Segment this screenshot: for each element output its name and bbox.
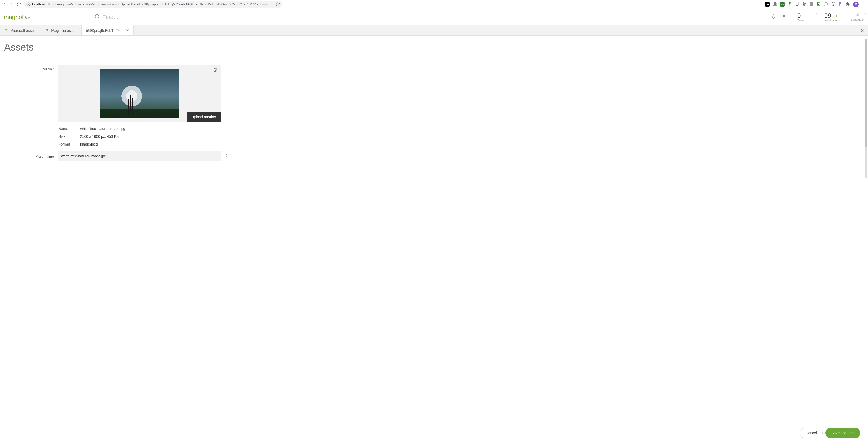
- trash-icon[interactable]: [213, 68, 217, 73]
- scrollbar-track[interactable]: [865, 39, 867, 178]
- svg-point-31: [784, 16, 785, 17]
- tab-asset-detail[interactable]: b!l9Kpuaj9xEubThFx...: [82, 25, 134, 35]
- camera-icon[interactable]: [773, 2, 777, 7]
- divider: [0, 58, 868, 58]
- svg-point-20: [864, 4, 864, 4]
- svg-point-34: [784, 18, 785, 19]
- microphone-icon[interactable]: [769, 14, 778, 20]
- url-host: localhost: [32, 2, 45, 6]
- media-label-text: Media: [43, 67, 52, 71]
- media-metadata: Name white-tree-natural-image.jpg Size 2…: [58, 127, 221, 146]
- user-widget[interactable]: superuser: [847, 9, 868, 25]
- svg-point-32: [782, 18, 782, 19]
- search-icon: [95, 14, 100, 20]
- user-icon: [855, 13, 860, 18]
- svg-marker-3: [276, 2, 279, 5]
- tab-label: Magnolia assets: [51, 28, 78, 33]
- svg-point-21: [864, 5, 864, 5]
- meta-format-label: Format: [58, 142, 74, 146]
- media-label: Media*: [4, 65, 54, 122]
- forward-icon[interactable]: [9, 2, 14, 7]
- media-upload-well: Upload another: [58, 65, 221, 122]
- kebab-menu-icon[interactable]: [862, 2, 866, 7]
- reload-icon[interactable]: [17, 2, 21, 7]
- page-title: Assets: [4, 42, 864, 53]
- svg-point-4: [774, 3, 775, 5]
- meta-size-value: 2560 x 1600 px, 453 KB: [80, 134, 221, 139]
- assets-icon: [45, 28, 49, 33]
- svg-point-38: [6, 30, 7, 31]
- chevron-down-icon: [842, 11, 845, 15]
- site-info-icon[interactable]: [26, 2, 31, 6]
- close-tab-icon[interactable]: [126, 28, 129, 33]
- extensions-icon[interactable]: [846, 2, 850, 7]
- address-bar[interactable]: localhost:8080/.magnolia/admincentral#ap…: [24, 1, 282, 8]
- tab-bar: Microsoft assets Magnolia assets b!l9Kpu…: [0, 25, 868, 36]
- url-path: :8080/.magnolia/admincentral#app:dam:mic…: [47, 2, 270, 6]
- svg-point-36: [5, 29, 6, 30]
- footer-actions: Cancel Save changes: [0, 423, 865, 442]
- svg-rect-5: [796, 2, 798, 5]
- extension-icon[interactable]: [831, 2, 835, 7]
- asset-name-label: Asset name: [4, 151, 54, 161]
- svg-point-22: [95, 15, 99, 18]
- tab-label: b!l9Kpuaj9xEubThFx...: [86, 28, 123, 33]
- user-label: superuser: [851, 18, 864, 21]
- cancel-button[interactable]: Cancel: [800, 428, 823, 438]
- svg-rect-7: [810, 2, 813, 5]
- svg-point-19: [864, 2, 864, 3]
- magnolia-logo[interactable]: magnolia®: [4, 13, 30, 21]
- notifications-widget[interactable]: 99+ Notifications: [820, 9, 847, 25]
- svg-point-33: [783, 18, 784, 19]
- tab-label: Microsoft assets: [10, 28, 36, 33]
- meta-format-value: image/jpeg: [80, 142, 221, 146]
- extension-icon[interactable]: [838, 2, 843, 7]
- tab-microsoft-assets[interactable]: Microsoft assets: [0, 25, 41, 35]
- svg-point-35: [857, 13, 859, 15]
- page-content: Assets Media* Upload another Name w: [0, 36, 868, 442]
- save-button[interactable]: Save changes: [825, 428, 860, 438]
- apps-grid-icon[interactable]: [781, 14, 788, 20]
- meta-size-label: Size: [58, 134, 74, 139]
- upload-another-button[interactable]: Upload another: [187, 112, 221, 122]
- extension-icon[interactable]: [817, 2, 821, 7]
- notifications-label: Notifications: [824, 19, 843, 22]
- scrollbar-thumb[interactable]: [865, 39, 867, 147]
- chevron-down-icon: [815, 11, 818, 15]
- media-thumbnail[interactable]: [100, 69, 179, 118]
- back-icon[interactable]: [2, 2, 7, 7]
- extension-icons: JB CORS R: [765, 2, 866, 7]
- svg-point-26: [782, 15, 782, 15]
- chevron-down-icon: [864, 11, 867, 15]
- tasks-label: Tasks: [797, 19, 816, 22]
- svg-point-28: [784, 15, 785, 15]
- svg-point-30: [783, 16, 784, 17]
- meta-name-value: white-tree-natural-image.jpg: [80, 127, 221, 131]
- extension-icon[interactable]: [802, 2, 806, 7]
- extension-icon[interactable]: [795, 2, 799, 7]
- extension-icon[interactable]: [824, 2, 828, 7]
- svg-point-27: [783, 15, 784, 15]
- logo-area: magnolia®: [0, 9, 90, 25]
- tab-magnolia-assets[interactable]: Magnolia assets: [41, 25, 82, 35]
- asset-name-input[interactable]: [58, 151, 221, 161]
- search-input[interactable]: [102, 14, 766, 21]
- svg-line-23: [98, 18, 99, 19]
- extension-icon[interactable]: [810, 2, 814, 7]
- notifications-count: 99+: [824, 12, 835, 20]
- bookmark-star-icon[interactable]: [276, 2, 280, 7]
- browser-toolbar: localhost:8080/.magnolia/admincentral#ap…: [0, 0, 868, 9]
- required-indicator: *: [53, 67, 54, 71]
- app-header: magnolia® 0 Tasks 99+ Notifications supe…: [0, 9, 868, 25]
- extension-icon[interactable]: CORS: [780, 2, 785, 7]
- extension-icon[interactable]: [788, 2, 792, 7]
- tasks-count: 0: [797, 12, 816, 20]
- svg-point-37: [6, 29, 7, 30]
- search-area: [90, 9, 793, 25]
- close-app-icon[interactable]: [857, 25, 868, 35]
- tasks-widget[interactable]: 0 Tasks: [793, 9, 820, 25]
- profile-avatar[interactable]: R: [853, 2, 859, 7]
- help-icon[interactable]: ?: [225, 151, 236, 161]
- extension-icon[interactable]: JB: [765, 2, 770, 7]
- status-dot-icon: [836, 15, 837, 16]
